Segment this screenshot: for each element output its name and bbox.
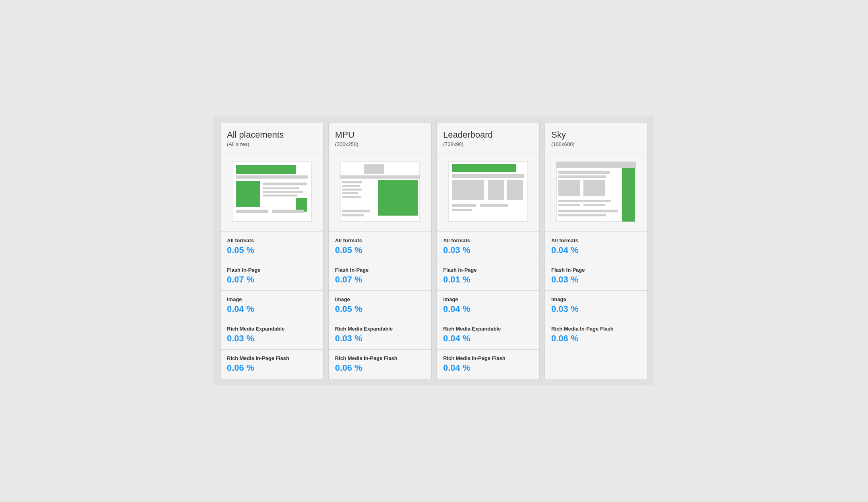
card-visual-sky	[545, 152, 647, 232]
metric-value: 0.03 %	[551, 304, 641, 314]
svg-rect-5	[263, 187, 299, 189]
metric-label: Flash In-Page	[443, 267, 533, 273]
metric-value: 0.05 %	[227, 245, 317, 255]
card-visual-leaderboard	[437, 152, 539, 232]
svg-rect-1	[236, 165, 296, 174]
svg-rect-42	[558, 210, 618, 212]
svg-rect-38	[558, 200, 586, 202]
metric-item: All formats0.05 %	[329, 232, 431, 261]
svg-rect-26	[488, 180, 504, 200]
metric-item: All formats0.03 %	[437, 232, 539, 261]
svg-rect-20	[342, 210, 370, 212]
svg-rect-10	[272, 210, 304, 213]
metric-label: Image	[335, 296, 425, 302]
metric-item: Rich Media Expandable0.03 %	[329, 320, 431, 350]
svg-rect-14	[342, 181, 362, 183]
metric-item: Rich Media Expandable0.04 %	[437, 320, 539, 350]
svg-rect-3	[236, 181, 260, 207]
metric-label: Rich Media In-Page Flash	[551, 326, 641, 332]
card-subtitle-sky: (160x600)	[551, 141, 641, 147]
metric-label: Rich Media Expandable	[227, 326, 317, 332]
card-subtitle-mpu: (300x250)	[335, 141, 425, 147]
metric-label: All formats	[443, 237, 533, 243]
metric-item: Rich Media Expandable0.03 %	[221, 320, 323, 350]
svg-rect-28	[452, 204, 476, 207]
card-visual-mpu	[329, 152, 431, 232]
svg-rect-37	[622, 168, 635, 222]
metrics-leaderboard: All formats0.03 %Flash In-Page0.01 %Imag…	[437, 232, 539, 379]
metric-item: Flash In-Page0.01 %	[437, 261, 539, 291]
metric-label: Image	[227, 296, 317, 302]
svg-rect-33	[558, 171, 610, 174]
metric-label: Image	[551, 296, 641, 302]
card-mpu: MPU(300x250) All formats0.05 %Flash In-P…	[328, 123, 432, 379]
svg-rect-17	[342, 192, 358, 194]
metric-value: 0.03 %	[227, 333, 317, 344]
svg-rect-21	[342, 214, 364, 216]
card-header-sky: Sky(160x600)	[545, 123, 647, 152]
svg-rect-13	[340, 175, 420, 179]
metric-value: 0.01 %	[443, 274, 533, 285]
metric-value: 0.04 %	[443, 304, 533, 314]
metric-label: Rich Media Expandable	[335, 326, 425, 332]
svg-rect-12	[364, 164, 384, 174]
svg-rect-25	[452, 180, 484, 200]
svg-rect-29	[452, 209, 472, 211]
metric-value: 0.04 %	[551, 245, 641, 255]
svg-rect-2	[236, 175, 308, 179]
card-leaderboard: Leaderboard(728x90) All formats0.03 %Fla…	[436, 123, 540, 379]
metric-label: Rich Media Expandable	[443, 326, 533, 332]
metric-item: Image0.04 %	[221, 291, 323, 320]
card-sky: Sky(160x600) All formats0.04 %Flash In-P…	[544, 123, 648, 379]
metric-item: Image0.04 %	[437, 291, 539, 320]
metric-item: Rich Media In-Page Flash0.06 %	[329, 350, 431, 379]
metric-value: 0.07 %	[335, 274, 425, 285]
svg-rect-24	[452, 174, 524, 178]
metrics-all-placements: All formats0.05 %Flash In-Page0.07 %Imag…	[221, 232, 323, 379]
svg-rect-35	[558, 180, 580, 196]
card-subtitle-leaderboard: (728x90)	[443, 141, 533, 147]
metric-value: 0.04 %	[443, 363, 533, 373]
metric-value: 0.07 %	[227, 274, 317, 285]
svg-rect-34	[558, 175, 606, 178]
metric-label: Rich Media In-Page Flash	[335, 355, 425, 361]
svg-rect-27	[507, 180, 523, 200]
metric-item: Image0.05 %	[329, 291, 431, 320]
svg-rect-36	[583, 180, 605, 196]
metric-label: Flash In-Page	[335, 267, 425, 273]
metric-item: Flash In-Page0.03 %	[545, 261, 647, 291]
metric-label: All formats	[227, 237, 317, 243]
metric-item: All formats0.04 %	[545, 232, 647, 261]
metric-value: 0.03 %	[443, 245, 533, 255]
svg-rect-7	[263, 195, 297, 197]
metric-value: 0.06 %	[335, 363, 425, 373]
metric-value: 0.03 %	[335, 333, 425, 344]
svg-rect-23	[452, 164, 516, 172]
metrics-mpu: All formats0.05 %Flash In-Page0.07 %Imag…	[329, 232, 431, 379]
metrics-sky: All formats0.04 %Flash In-Page0.03 %Imag…	[545, 232, 647, 349]
metric-value: 0.05 %	[335, 245, 425, 255]
svg-rect-30	[480, 204, 508, 207]
svg-rect-8	[296, 198, 307, 212]
metric-label: All formats	[335, 237, 425, 243]
card-visual-all-placements	[221, 152, 323, 232]
dashboard: All placements(All sizes) All formats0.0…	[214, 117, 654, 385]
card-title-sky: Sky	[551, 130, 641, 140]
metric-value: 0.04 %	[227, 304, 317, 314]
card-title-all-placements: All placements	[227, 130, 317, 140]
metric-item: Rich Media In-Page Flash0.04 %	[437, 350, 539, 379]
svg-rect-6	[263, 191, 303, 193]
svg-rect-40	[583, 200, 611, 202]
svg-rect-4	[263, 183, 307, 185]
metric-item: Flash In-Page0.07 %	[221, 261, 323, 291]
svg-rect-32	[556, 162, 636, 168]
metric-label: Image	[443, 296, 533, 302]
metric-value: 0.06 %	[227, 363, 317, 373]
metric-label: All formats	[551, 237, 641, 243]
card-header-all-placements: All placements(All sizes)	[221, 123, 323, 152]
card-title-mpu: MPU	[335, 130, 425, 140]
svg-rect-15	[342, 185, 360, 187]
svg-rect-41	[583, 204, 605, 206]
card-title-leaderboard: Leaderboard	[443, 130, 533, 140]
svg-rect-16	[342, 189, 362, 191]
